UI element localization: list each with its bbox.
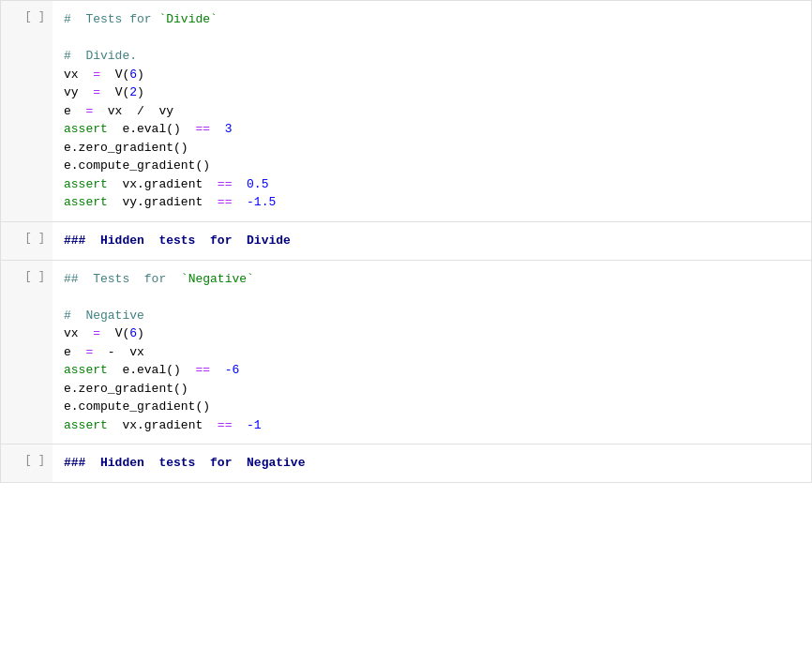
token-plain: e.zero_gradient() [64, 141, 188, 155]
token-plain [232, 177, 247, 191]
token-plain: vy.gradient [108, 195, 218, 209]
token-plain: ) [137, 85, 144, 99]
token-header: ### Hidden tests for Divide [64, 234, 291, 248]
code-line: e = - vx [64, 343, 800, 362]
token-backtick: `Negative` [181, 272, 254, 286]
token-comment: ## Tests for [64, 272, 181, 286]
cell-gutter[interactable]: [ ] [1, 222, 53, 260]
token-num: 2 [129, 85, 137, 99]
notebook: [ ]# Tests for `Divide` # Divide.vx = V(… [0, 0, 812, 648]
token-plain: e.zero_gradient() [64, 382, 188, 396]
token-neg-num: -6 [225, 363, 240, 377]
code-line: ## Tests for `Negative` [64, 270, 800, 289]
code-line: assert e.eval() == 3 [64, 120, 800, 139]
token-num: 6 [129, 326, 137, 340]
code-line: ### Hidden tests for Divide [64, 232, 800, 250]
token-plain: V( [100, 68, 129, 82]
cell-content: ### Hidden tests for Divide [53, 222, 811, 260]
code-line: vy = V(2) [64, 83, 800, 102]
code-line: ### Hidden tests for Negative [64, 454, 800, 473]
code-line: vx = V(6) [64, 324, 800, 343]
token-num: 3 [225, 122, 233, 136]
token-plain [232, 195, 247, 209]
code-line: assert vx.gradient == 0.5 [64, 175, 800, 194]
token-plain [232, 418, 247, 432]
token-plain: e [64, 345, 85, 359]
token-plain: e.compute_gradient() [64, 399, 210, 414]
token-plain: vx.gradient [108, 177, 218, 191]
token-comment: # Divide. [64, 49, 137, 63]
code-line: e = vx / vy [64, 102, 800, 121]
token-plain: ) [137, 68, 144, 82]
cell-3[interactable]: [ ]## Tests for `Negative` # Negativevx … [0, 260, 812, 445]
token-backtick: `Divide` [158, 12, 217, 26]
cell-gutter[interactable]: [ ] [1, 261, 53, 445]
cell-content: ### Hidden tests for Negative [53, 445, 811, 482]
token-plain: e.eval() [108, 122, 196, 136]
cell-gutter[interactable]: [ ] [1, 1, 53, 221]
cell-4[interactable]: [ ]### Hidden tests for Negative [0, 444, 812, 483]
code-line: e.zero_gradient() [64, 380, 800, 399]
code-line: e.compute_gradient() [64, 157, 800, 175]
token-plain: e.compute_gradient() [64, 158, 210, 173]
token-num: 0.5 [247, 177, 268, 191]
token-plain: V( [100, 326, 129, 340]
token-plain [210, 363, 225, 377]
cell-2[interactable]: [ ]### Hidden tests for Divide [0, 221, 812, 260]
token-plain: vx / vy [93, 104, 173, 118]
code-line: # Divide. [64, 47, 800, 66]
token-assert: assert [64, 418, 108, 432]
code-line: # Negative [64, 307, 800, 325]
token-op: == [218, 195, 233, 209]
code-line: assert vx.gradient == -1 [64, 416, 800, 435]
token-op: == [218, 418, 233, 432]
token-neg-num: -1.5 [247, 195, 276, 209]
token-assert: assert [64, 177, 108, 191]
token-num: 6 [129, 68, 137, 82]
token-op: = [93, 326, 100, 340]
token-op: == [195, 363, 210, 377]
cell-1[interactable]: [ ]# Tests for `Divide` # Divide.vx = V(… [0, 0, 812, 221]
token-neg-num: -1 [247, 418, 262, 432]
code-line: assert e.eval() == -6 [64, 361, 800, 380]
token-assert: assert [64, 195, 108, 209]
token-plain: vx.gradient [108, 418, 218, 432]
token-op: == [195, 122, 210, 136]
token-plain: vy [64, 85, 93, 99]
code-line: e.compute_gradient() [64, 398, 800, 416]
token-plain: - vx [93, 345, 144, 359]
token-comment: # Tests for [64, 12, 158, 26]
token-plain: e.eval() [108, 363, 196, 377]
token-plain: ) [137, 326, 144, 340]
token-assert: assert [64, 363, 108, 377]
cell-content: ## Tests for `Negative` # Negativevx = V… [53, 261, 811, 445]
code-line: vx = V(6) [64, 66, 800, 84]
token-op: == [218, 177, 233, 191]
token-header: ### Hidden tests for Negative [64, 456, 305, 470]
cell-gutter[interactable]: [ ] [1, 445, 53, 482]
token-op: = [93, 68, 100, 82]
code-line: e.zero_gradient() [64, 139, 800, 158]
token-op: = [93, 85, 100, 99]
token-plain: vx [64, 68, 93, 82]
token-plain [210, 122, 225, 136]
code-line: # Tests for `Divide` [64, 10, 800, 29]
token-plain: vx [64, 326, 93, 340]
token-assert: assert [64, 122, 108, 136]
code-line: assert vy.gradient == -1.5 [64, 193, 800, 212]
token-comment: # Negative [64, 309, 144, 323]
token-plain: e [64, 104, 85, 118]
code-line [64, 29, 800, 48]
code-line [64, 288, 800, 307]
cell-content: # Tests for `Divide` # Divide.vx = V(6)v… [53, 1, 811, 221]
token-plain: V( [100, 85, 129, 99]
